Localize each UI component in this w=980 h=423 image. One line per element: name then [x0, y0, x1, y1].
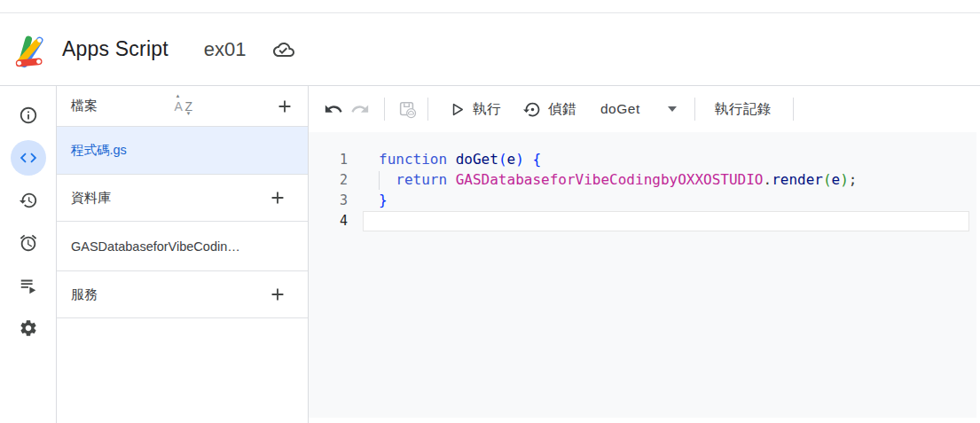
code-token: ) — [840, 171, 849, 188]
code-editor[interactable]: 1234 function doGet(e) { return GASDatab… — [309, 132, 976, 418]
header: Apps Script ex01 — [0, 13, 980, 85]
add-file-button[interactable] — [274, 96, 295, 117]
rail-item-triggers[interactable] — [7, 222, 50, 264]
save-project-button[interactable] — [397, 99, 417, 119]
debug-label: 偵錯 — [548, 100, 576, 119]
plus-icon — [268, 285, 287, 304]
code-token — [447, 151, 456, 168]
file-item-code-gs[interactable]: 程式碼.gs — [57, 127, 308, 175]
code-token: e — [832, 171, 841, 188]
code-token: { — [532, 151, 541, 168]
toolbar-divider — [694, 98, 695, 121]
run-button[interactable]: 執行 — [448, 100, 501, 119]
libraries-section-title: 資料庫 — [71, 190, 111, 207]
files-section-header: 檔案 AZ ▲▼ — [57, 86, 308, 127]
line-number: 2 — [309, 170, 363, 191]
editor-pane: 執行 偵錯 doGet 執行記錄 1234 function doGet(e) … — [309, 86, 980, 423]
code-token: function — [379, 151, 447, 168]
debug-button[interactable]: 偵錯 — [523, 100, 576, 119]
rail-item-project-history[interactable] — [7, 179, 50, 222]
save-project-icon — [397, 99, 417, 119]
debug-icon — [523, 100, 542, 119]
execution-log-button[interactable]: 執行記錄 — [715, 100, 772, 119]
code-token: } — [379, 192, 388, 208]
redo-button[interactable] — [343, 99, 370, 119]
run-label: 執行 — [473, 100, 501, 119]
toolbar-divider — [384, 98, 385, 121]
code-token: ; — [849, 171, 858, 188]
code-token — [379, 171, 396, 188]
rail-item-executions[interactable] — [7, 264, 50, 307]
library-item[interactable]: GASDatabaseforVibeCodin… — [57, 222, 308, 271]
code-token: . — [763, 171, 772, 188]
project-name[interactable]: ex01 — [204, 38, 247, 61]
apps-script-logo-icon — [12, 29, 52, 70]
function-selector-dropdown[interactable]: doGet — [600, 101, 677, 117]
code-token: return — [396, 171, 447, 188]
files-section-title: 檔案 — [71, 98, 98, 114]
services-section-title: 服務 — [71, 286, 98, 303]
rail-item-editor[interactable] — [7, 137, 50, 179]
sort-az-icon[interactable]: AZ ▲▼ — [171, 96, 201, 117]
undo-button[interactable] — [324, 99, 343, 119]
code-token — [447, 171, 456, 188]
selected-function: doGet — [600, 101, 640, 117]
dropdown-arrow-icon — [668, 106, 677, 112]
line-number: 1 — [309, 150, 363, 170]
library-name: GASDatabaseforVibeCodin… — [71, 239, 240, 254]
libraries-section-header: 資料庫 — [57, 175, 308, 222]
play-icon — [448, 100, 466, 119]
code-token — [524, 151, 533, 168]
code-line[interactable]: return GASDatabaseforVibeCodingbyOXXOSTU… — [363, 170, 969, 191]
editor-gutter: 1234 — [309, 132, 363, 418]
code-token: doGet — [456, 151, 498, 168]
rail-item-overview[interactable] — [7, 94, 50, 137]
executions-list-icon — [19, 276, 38, 295]
plus-icon — [268, 188, 287, 208]
code-token: ( — [498, 151, 507, 168]
alarm-icon — [19, 233, 38, 253]
apps-script-window: Apps Script ex01 — [0, 0, 980, 423]
code-token: GASDatabaseforVibeCodingbyOXXOSTUDIO — [456, 171, 764, 188]
code-line[interactable]: function doGet(e) { — [363, 150, 969, 170]
left-rail — [0, 86, 57, 423]
services-section-header: 服務 — [57, 271, 308, 318]
undo-icon — [324, 99, 343, 119]
code-token: e — [507, 151, 516, 168]
redo-icon — [350, 99, 370, 119]
cloud-done-icon — [273, 39, 294, 60]
code-token: render — [772, 171, 823, 188]
file-name: 程式碼.gs — [71, 142, 127, 159]
app-title: Apps Script — [62, 37, 169, 61]
plus-icon — [275, 97, 294, 116]
code-token: ) — [515, 151, 524, 168]
code-line[interactable]: } — [363, 191, 969, 211]
editor-toolbar: 執行 偵錯 doGet 執行記錄 — [309, 86, 980, 132]
code-token: ( — [823, 171, 832, 188]
toolbar-divider — [793, 98, 794, 121]
history-icon — [19, 191, 38, 210]
add-library-button[interactable] — [267, 187, 288, 208]
code-icon — [19, 148, 38, 168]
line-number: 4 — [309, 211, 363, 231]
info-icon — [19, 106, 38, 125]
add-service-button[interactable] — [267, 284, 288, 305]
gear-icon — [19, 318, 38, 338]
rail-item-project-settings[interactable] — [7, 307, 50, 349]
file-sidebar: 檔案 AZ ▲▼ 程式碼.gs 資料庫 GASDatabaseforV — [57, 86, 309, 423]
line-number: 3 — [309, 191, 363, 211]
toolbar-divider — [427, 98, 428, 121]
editor-code[interactable]: function doGet(e) { return GASDatabasefo… — [363, 132, 969, 418]
code-line[interactable] — [363, 211, 969, 231]
